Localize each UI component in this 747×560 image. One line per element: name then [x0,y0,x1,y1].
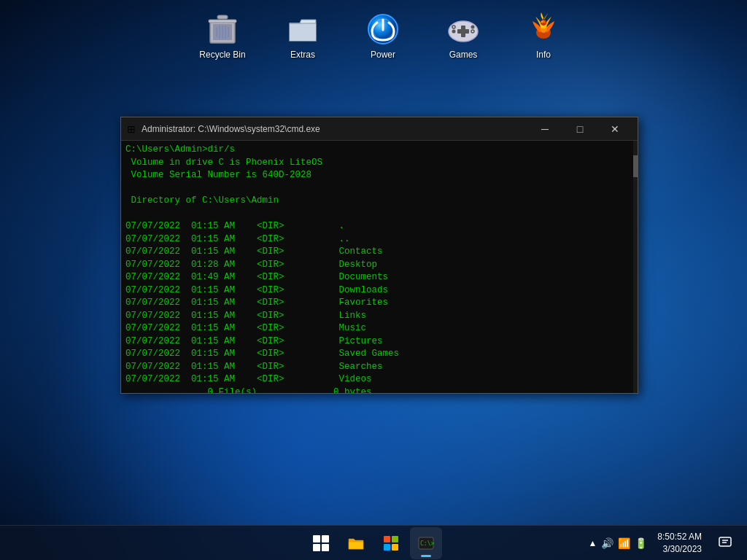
taskbar-center-items: C:\>_ [305,527,442,559]
maximize-button[interactable]: □ [563,117,597,141]
svg-point-11 [452,30,456,34]
cmd-output: C:\Users\Admin>dir/s Volume in drive C i… [125,144,633,393]
cmd-scrollbar-thumb[interactable] [633,155,638,177]
win-sq-1 [313,535,320,542]
svg-point-10 [471,26,475,29]
folder-icon [347,534,365,552]
cmd-icon: C:\>_ [418,537,434,550]
win-sq-2 [322,535,329,542]
clock-time: 8:50:52 AM [657,531,702,543]
recycle-bin-icon [205,12,240,47]
svg-rect-21 [384,536,390,542]
power-icon [365,12,400,47]
windows-logo-icon [313,535,329,551]
minimize-button[interactable]: ─ [528,117,562,141]
desktop-icons-area: Recycle Bin Extras [182,0,584,73]
svg-point-20 [541,21,542,22]
svg-rect-2 [217,15,228,19]
svg-rect-27 [719,537,731,546]
desktop-icon-power[interactable]: Power [354,7,412,66]
desktop-icon-games[interactable]: Games [434,7,492,66]
svg-rect-22 [392,536,398,542]
notification-icon [719,537,732,550]
svg-rect-9 [457,29,469,34]
cmd-content-area[interactable]: C:\Users\Admin>dir/s Volume in drive C i… [121,141,638,393]
desktop: Recycle Bin Extras [0,0,747,560]
cmd-window: ⊞ Administrator: C:\Windows\system32\cmd… [120,117,638,394]
taskbar-cmd[interactable]: C:\>_ [410,527,442,559]
tray-expand-icon[interactable]: ▲ [588,538,597,548]
volume-icon[interactable]: 🔊 [601,537,614,549]
notification-center-button[interactable] [712,530,738,556]
network-icon[interactable]: 📶 [618,537,630,549]
system-tray: ▲ 🔊 📶 🔋 [588,537,647,549]
desktop-icon-recycle-bin[interactable]: Recycle Bin [193,7,252,66]
svg-rect-23 [384,544,390,551]
win-sq-3 [313,544,320,551]
svg-rect-4 [290,23,316,41]
clock-display[interactable]: 8:50:52 AM 3/30/2023 [653,529,706,557]
info-icon [526,12,561,47]
desktop-icon-info[interactable]: Info [514,7,573,66]
cmd-title-text: Administrator: C:\Windows\system32\cmd.e… [142,124,528,134]
games-label: Games [449,50,478,61]
recycle-bin-label: Recycle Bin [199,50,245,61]
clock-date: 3/30/2023 [663,543,702,556]
cmd-title-icon: ⊞ [127,123,136,135]
extras-icon [285,12,320,47]
start-button[interactable] [305,527,337,559]
cmd-titlebar: ⊞ Administrator: C:\Windows\system32\cmd… [121,117,638,141]
close-button[interactable]: ✕ [598,117,632,141]
cmd-window-controls: ─ □ ✕ [528,117,632,141]
extras-label: Extras [290,50,315,61]
battery-icon[interactable]: 🔋 [635,537,647,549]
taskbar-right: ▲ 🔊 📶 🔋 8:50:52 AM 3/30/2023 [588,529,747,557]
info-label: Info [536,50,551,61]
desktop-icon-extras[interactable]: Extras [274,7,332,66]
svg-text:C:\>_: C:\>_ [420,540,434,547]
svg-rect-3 [209,20,236,23]
cmd-scrollbar[interactable] [633,141,638,393]
taskbar: C:\>_ ▲ 🔊 📶 🔋 8:50:52 AM 3/30/2023 [0,525,747,560]
taskbar-ms-store[interactable] [375,527,407,559]
power-label: Power [371,50,395,61]
games-icon [446,12,481,47]
svg-rect-24 [392,544,398,551]
win-sq-4 [322,544,329,551]
store-icon [382,534,400,552]
taskbar-file-explorer[interactable] [340,527,372,559]
